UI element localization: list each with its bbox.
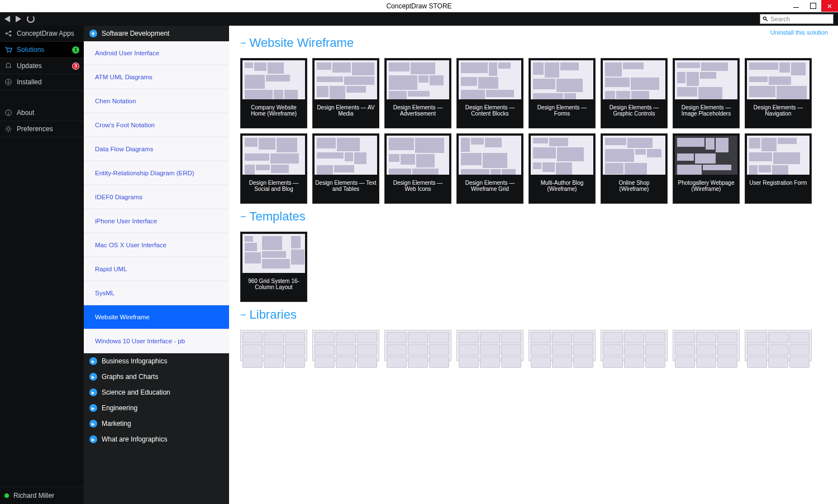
sidebar-item-solutions[interactable]: Solutions 1 <box>0 42 84 58</box>
search-icon <box>763 16 768 22</box>
template-card[interactable]: Photogallery Webpage (Wireframe) <box>673 133 740 204</box>
category-software-development[interactable]: ▾ Software Development <box>84 26 229 41</box>
sidebar-item-prefs[interactable]: Preferences <box>0 121 84 137</box>
category-item[interactable]: ▸ Graphs and Charts <box>84 369 229 385</box>
card-grid: Company Website Home (Wireframe) Design … <box>240 58 827 204</box>
badge: 3 <box>72 63 79 70</box>
user-status[interactable]: Richard Miller <box>0 487 84 504</box>
template-card[interactable]: Company Website Home (Wireframe) <box>240 58 307 128</box>
close-button[interactable]: × <box>821 0 838 12</box>
category-label: Graphs and Charts <box>102 373 158 381</box>
sidebar-item-label: About <box>17 109 34 117</box>
subcategory-item[interactable]: Chen Notation <box>84 89 229 113</box>
presence-dot-icon <box>4 493 9 498</box>
minimize-button[interactable] <box>788 0 804 12</box>
template-card[interactable]: Design Elements — Graphic Controls <box>601 58 668 128</box>
card-label: Design Elements — Web Icons <box>385 176 451 203</box>
section-header[interactable]: − Templates <box>240 209 827 224</box>
card-grid: 960 Grid System 16-Column Layout <box>240 232 827 302</box>
subcategory-item[interactable]: Android User Interface <box>84 41 229 65</box>
subcategory-item[interactable]: Data Flow Diagrams <box>84 137 229 161</box>
template-card[interactable]: Multi-Author Blog (Wireframe) <box>528 133 596 204</box>
card-label: 960 Grid System 16-Column Layout <box>241 275 307 301</box>
subcategory-item[interactable]: Mac OS X User Interface <box>84 233 229 257</box>
sidebar-item-label: Preferences <box>17 125 53 133</box>
library-card[interactable] <box>240 330 307 361</box>
category-item[interactable]: ▸ Science and Education <box>84 385 229 400</box>
subcategory-item[interactable]: Crow's Foot Notation <box>84 113 229 137</box>
svg-point-0 <box>763 17 766 20</box>
back-button[interactable] <box>4 16 10 22</box>
svg-line-5 <box>7 32 11 34</box>
template-card[interactable]: Design Elements — Wireframe Grid <box>456 133 523 204</box>
category-label: Software Development <box>102 30 169 37</box>
template-card[interactable]: Design Elements — Image Placeholders <box>673 58 740 128</box>
section-header[interactable]: − Website Wireframe <box>240 36 827 50</box>
card-label: Design Elements — Social and Blog <box>241 176 307 203</box>
share-icon <box>4 30 12 37</box>
library-card[interactable] <box>312 330 379 361</box>
library-card[interactable] <box>601 330 668 361</box>
category-item[interactable]: ▸ Engineering <box>84 400 229 416</box>
search-input[interactable]: Search <box>760 14 834 24</box>
subcategory-item[interactable]: ATM UML Diagrams <box>84 65 229 89</box>
subcategory-item[interactable]: SysML <box>84 281 229 305</box>
template-card[interactable]: Design Elements — Social and Blog <box>240 133 307 204</box>
template-card[interactable]: 960 Grid System 16-Column Layout <box>240 232 307 302</box>
template-card[interactable]: Design Elements — Navigation <box>745 58 812 128</box>
section-header[interactable]: − Libraries <box>240 308 827 322</box>
category-item[interactable]: ▸ What are Infographics <box>84 431 229 447</box>
uninstall-link[interactable]: Uninstall this solution <box>770 29 828 36</box>
sidebar-item-label: Solutions <box>17 46 44 54</box>
template-card[interactable]: User Registration Form <box>745 133 812 204</box>
window-title: ConceptDraw STORE <box>386 2 451 10</box>
library-card[interactable] <box>456 330 523 361</box>
subcategory-item[interactable]: IDEF0 Diagrams <box>84 185 229 209</box>
forward-button[interactable] <box>16 16 21 22</box>
badge: 1 <box>72 46 79 54</box>
card-label: Design Elements — Graphic Controls <box>601 101 667 128</box>
search-placeholder: Search <box>770 16 790 22</box>
template-card[interactable]: Design Elements — AV Media <box>312 58 379 128</box>
template-card[interactable]: Online Shop (Wireframe) <box>601 133 668 204</box>
category-item[interactable]: ▸ Business Infographics <box>84 353 229 369</box>
library-card[interactable] <box>384 330 451 361</box>
template-card[interactable]: Design Elements — Text and Tables <box>312 133 379 204</box>
collapse-icon: − <box>240 211 246 223</box>
thumbnail <box>457 134 523 176</box>
svg-text:i: i <box>8 111 9 116</box>
template-card[interactable]: Design Elements — Web Icons <box>384 133 451 204</box>
thumbnail <box>241 59 307 101</box>
thumbnail <box>313 134 379 176</box>
toolbar: Search <box>0 12 838 26</box>
card-label: Design Elements — AV Media <box>313 101 379 128</box>
card-label: Online Shop (Wireframe) <box>601 176 667 203</box>
refresh-button[interactable] <box>27 15 35 23</box>
subcategory-item[interactable]: Rapid UML <box>84 257 229 281</box>
subcategory-item[interactable]: Windows 10 User Interface - pb <box>84 329 229 353</box>
card-label: Design Elements — Advertisement <box>385 101 451 128</box>
svg-point-7 <box>7 52 8 53</box>
sidebar-item-about[interactable]: i About <box>0 105 84 121</box>
library-card[interactable] <box>673 330 740 361</box>
window-controls: × <box>788 0 838 12</box>
subcategory-item[interactable]: Entity-Relationship Diagram (ERD) <box>84 161 229 185</box>
subcategory-item[interactable]: Website Wireframe <box>84 305 229 329</box>
sidebar-item-apps[interactable]: ConceptDraw Apps <box>0 26 84 42</box>
sidebar-item-label: ConceptDraw Apps <box>17 30 74 37</box>
thumbnail <box>313 59 379 101</box>
section-title: Website Wireframe <box>250 36 354 50</box>
thumbnail <box>385 59 451 101</box>
template-card[interactable]: Design Elements — Content Blocks <box>456 58 523 128</box>
sidebar-item-installed[interactable]: Installed <box>0 74 84 90</box>
expand-icon: ▸ <box>89 435 97 443</box>
category-item[interactable]: ▸ Marketing <box>84 416 229 431</box>
template-card[interactable]: Design Elements — Advertisement <box>384 58 451 128</box>
library-card[interactable] <box>528 330 596 361</box>
library-card[interactable] <box>745 330 812 361</box>
sidebar-item-updates[interactable]: Updates 3 <box>0 58 84 74</box>
template-card[interactable]: Design Elements — Forms <box>528 58 596 128</box>
thumbnail <box>745 59 811 101</box>
subcategory-item[interactable]: iPhone User Interface <box>84 209 229 233</box>
maximize-button[interactable] <box>804 0 821 12</box>
